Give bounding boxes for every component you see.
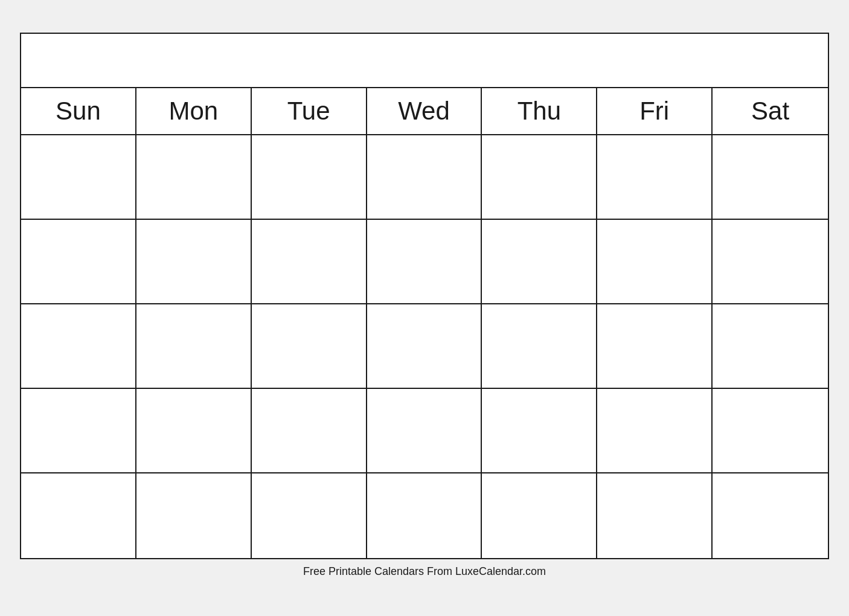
- header-thu: Thu: [482, 88, 597, 134]
- footer-text: Free Printable Calendars From LuxeCalend…: [297, 559, 552, 584]
- cell-2-3: [252, 220, 367, 304]
- cell-1-4: [367, 135, 482, 220]
- calendar-title: [21, 34, 828, 88]
- cell-4-7: [713, 389, 828, 473]
- cell-5-7: [713, 473, 828, 558]
- header-fri: Fri: [597, 88, 713, 134]
- week-row-3: [21, 304, 828, 389]
- cell-1-3: [252, 135, 367, 220]
- cell-3-6: [597, 304, 713, 389]
- cell-3-1: [21, 304, 136, 389]
- cell-3-4: [367, 304, 482, 389]
- cell-3-7: [713, 304, 828, 389]
- cell-3-5: [482, 304, 597, 389]
- cell-5-3: [252, 473, 367, 558]
- week-row-4: [21, 389, 828, 473]
- cell-2-5: [482, 220, 597, 304]
- cell-5-5: [482, 473, 597, 558]
- cell-2-7: [713, 220, 828, 304]
- week-row-1: [21, 135, 828, 220]
- cell-3-3: [252, 304, 367, 389]
- cell-1-6: [597, 135, 713, 220]
- cell-3-2: [136, 304, 252, 389]
- calendar-header: Sun Mon Tue Wed Thu Fri Sat: [21, 88, 828, 135]
- header-mon: Mon: [136, 88, 252, 134]
- cell-4-5: [482, 389, 597, 473]
- cell-4-1: [21, 389, 136, 473]
- header-wed: Wed: [367, 88, 482, 134]
- cell-1-2: [136, 135, 252, 220]
- cell-5-2: [136, 473, 252, 558]
- header-sun: Sun: [21, 88, 136, 134]
- calendar-page: Sun Mon Tue Wed Thu Fri Sat: [20, 33, 829, 559]
- cell-2-6: [597, 220, 713, 304]
- header-tue: Tue: [252, 88, 367, 134]
- header-sat: Sat: [713, 88, 828, 134]
- cell-4-6: [597, 389, 713, 473]
- calendar-body: [21, 135, 828, 558]
- week-row-2: [21, 220, 828, 304]
- cell-2-4: [367, 220, 482, 304]
- cell-4-2: [136, 389, 252, 473]
- cell-1-5: [482, 135, 597, 220]
- cell-1-1: [21, 135, 136, 220]
- cell-4-4: [367, 389, 482, 473]
- cell-1-7: [713, 135, 828, 220]
- cell-5-1: [21, 473, 136, 558]
- week-row-5: [21, 473, 828, 558]
- cell-4-3: [252, 389, 367, 473]
- cell-2-1: [21, 220, 136, 304]
- cell-5-6: [597, 473, 713, 558]
- cell-2-2: [136, 220, 252, 304]
- cell-5-4: [367, 473, 482, 558]
